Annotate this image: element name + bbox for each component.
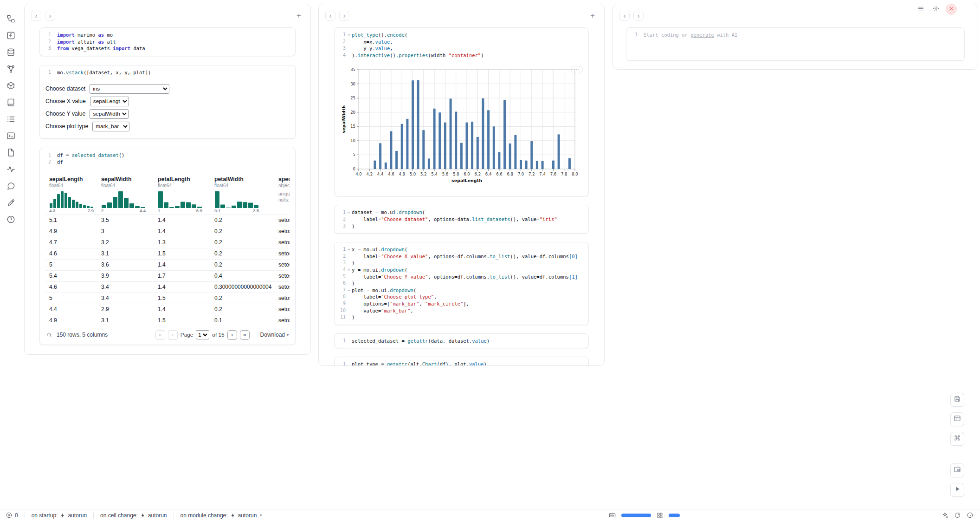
fold-toggle-icon[interactable]: [346, 209, 352, 216]
help-icon[interactable]: [6, 215, 15, 224]
code-editor[interactable]: 1plot_type = getattr(alt.Chart(df), plot…: [335, 357, 588, 366]
code-editor[interactable]: 1Start coding or generate with AI: [626, 28, 964, 42]
logs-icon[interactable]: [6, 131, 15, 140]
code-text[interactable]: dataset = mo.ui.dropdown(: [352, 209, 584, 216]
x-value-select[interactable]: sepalLength: [90, 97, 129, 106]
column-header-sepalWidth[interactable]: sepalWidthfloat6424.4: [97, 174, 154, 215]
code-cell-imports[interactable]: 1import marimo as mo2import altair as al…: [39, 27, 296, 56]
restart-icon[interactable]: [954, 512, 961, 519]
fold-toggle-icon[interactable]: [346, 32, 352, 39]
column-move-left-button[interactable]: ‹: [325, 11, 335, 21]
y-value-select[interactable]: sepalWidth: [90, 109, 129, 119]
table-row[interactable]: 4.931.40.2setosa: [45, 226, 290, 237]
code-text[interactable]: label="Choose Y value", options=df.colum…: [352, 274, 584, 280]
grid-icon[interactable]: [657, 512, 663, 519]
column-move-left-button[interactable]: ‹: [619, 11, 630, 21]
table-search-icon[interactable]: [46, 332, 52, 338]
altair-chart-output[interactable]: ··· 4.04.24.44.64.85.05.25.45.65.86.06.2…: [335, 62, 588, 196]
code-text[interactable]: df = selected_dataset(): [57, 152, 290, 159]
autorun-setting[interactable]: on cell change:autorun: [100, 512, 167, 519]
code-text[interactable]: plot_type = getattr(alt.Chart(df), plot.…: [352, 361, 584, 366]
column-move-right-button[interactable]: ›: [633, 11, 644, 21]
column-move-right-button[interactable]: ›: [45, 11, 55, 21]
run-all-button[interactable]: [950, 483, 964, 497]
code-cell-dataset-dropdown[interactable]: 1dataset = mo.ui.dropdown(2 label="Choos…: [334, 205, 589, 234]
last-page-button[interactable]: »: [240, 330, 250, 340]
code-text[interactable]: label="Choose X value", options=df.colum…: [352, 253, 584, 260]
fold-toggle-icon[interactable]: [346, 246, 352, 253]
code-text[interactable]: import marimo as mo: [57, 32, 290, 39]
chat-icon[interactable]: [6, 181, 15, 190]
column-header-petalWidth[interactable]: petalWidthfloat640.12.5: [211, 174, 275, 215]
code-editor[interactable]: 1df = selected_dataset()2df: [40, 148, 295, 169]
code-text[interactable]: plot = mo.ui.dropdown(: [352, 287, 584, 294]
settings-button[interactable]: [930, 4, 941, 15]
tracing-icon[interactable]: [6, 164, 15, 174]
shutdown-button[interactable]: [946, 4, 957, 15]
minimap-button[interactable]: [950, 463, 964, 477]
variables-icon[interactable]: [6, 31, 15, 40]
code-cell-widget-dropdowns[interactable]: 1x = mo.ui.dropdown(2 label="Choose X va…: [334, 242, 589, 325]
chart-menu-button[interactable]: ···: [571, 66, 583, 73]
code-text[interactable]: plot_type().encode(: [352, 32, 584, 39]
column-move-right-button[interactable]: ›: [339, 11, 349, 21]
code-text[interactable]: df: [57, 159, 290, 166]
add-cell-button[interactable]: +: [294, 11, 304, 21]
empty-code-cell[interactable]: 1Start coding or generate with AI: [626, 27, 965, 61]
autorun-setting[interactable]: on module change:autorun▾: [181, 512, 262, 519]
save-notebook-button[interactable]: [950, 393, 964, 407]
table-row[interactable]: 4.42.91.40.2setosa: [45, 304, 290, 315]
code-text[interactable]: ): [352, 280, 584, 287]
download-button[interactable]: Download ▾: [260, 332, 289, 338]
code-text[interactable]: y = mo.ui.dropdown(: [352, 267, 584, 274]
table-row[interactable]: 4.73.21.30.2setosa: [45, 237, 290, 248]
code-editor[interactable]: 1selected_dataset = getattr(data, datase…: [335, 334, 588, 348]
code-text[interactable]: ): [352, 223, 584, 230]
code-text[interactable]: from vega_datasets import data: [57, 45, 290, 52]
code-text[interactable]: Start coding or generate with AI: [644, 32, 960, 39]
file-explorer-icon[interactable]: [6, 14, 15, 23]
error-count-indicator[interactable]: 0: [6, 512, 18, 519]
ai-sparkle-icon[interactable]: [941, 512, 948, 519]
cpu-usage-bar[interactable]: [669, 514, 680, 517]
code-editor[interactable]: 1mo.vstack([dataset, x, y, plot]): [40, 65, 295, 80]
code-editor[interactable]: 1dataset = mo.ui.dropdown(2 label="Choos…: [335, 205, 588, 233]
table-row[interactable]: 4.63.11.50.2setosa: [45, 248, 290, 259]
add-cell-button[interactable]: +: [587, 11, 598, 21]
code-editor[interactable]: 1import marimo as mo2import altair as al…: [40, 28, 295, 56]
column-header-petalLength[interactable]: petalLengthfloat6416.9: [154, 174, 211, 215]
table-row[interactable]: 5.13.51.40.2setosa: [45, 215, 290, 226]
code-text[interactable]: ): [352, 314, 584, 321]
code-cell-plot-type[interactable]: 1plot_type = getattr(alt.Chart(df), plot…: [334, 357, 589, 366]
code-cell-vstack[interactable]: 1mo.vstack([dataset, x, y, plot]) Choose…: [39, 65, 296, 139]
prev-page-button[interactable]: ‹: [168, 330, 178, 340]
scratchpad-icon[interactable]: [6, 198, 15, 207]
code-text[interactable]: label="Choose dataset", options=data.lis…: [352, 216, 584, 223]
panel-layout-button[interactable]: [950, 412, 964, 426]
code-cell-selected-dataset[interactable]: 1selected_dataset = getattr(data, datase…: [334, 333, 589, 349]
code-text[interactable]: x=x.value,: [352, 39, 584, 46]
data-sources-icon[interactable]: [6, 47, 15, 57]
documentation-icon[interactable]: [6, 98, 15, 107]
code-editor[interactable]: 1x = mo.ui.dropdown(2 label="Choose X va…: [335, 242, 588, 325]
keyboard-shortcuts-button[interactable]: [950, 432, 964, 446]
code-text[interactable]: ).interactive().properties(width="contai…: [352, 52, 584, 59]
clock-icon[interactable]: [967, 512, 974, 519]
code-text[interactable]: selected_dataset = getattr(data, dataset…: [352, 338, 584, 345]
next-page-button[interactable]: ›: [227, 330, 237, 340]
code-text[interactable]: mo.vstack([dataset, x, y, plot]): [57, 69, 290, 76]
outline-icon[interactable]: [6, 114, 15, 124]
keyboard-icon[interactable]: [609, 512, 616, 519]
code-text[interactable]: options=["mark_bar", "mark_circle"],: [352, 300, 584, 307]
table-row[interactable]: 53.41.50.2setosa: [45, 293, 290, 304]
menu-button[interactable]: [915, 4, 926, 15]
code-text[interactable]: ): [352, 260, 584, 267]
packages-icon[interactable]: [6, 81, 15, 90]
plot-type-select[interactable]: mark_bar: [92, 122, 129, 131]
column-move-left-button[interactable]: ‹: [31, 11, 41, 21]
code-text[interactable]: value="mark_bar",: [352, 307, 584, 314]
dataset-select[interactable]: iris: [90, 84, 169, 94]
column-header-sepalLength[interactable]: sepalLengthfloat644.37.9: [45, 174, 97, 215]
fold-toggle-icon[interactable]: [346, 267, 352, 274]
memory-usage-bar[interactable]: [621, 514, 651, 517]
